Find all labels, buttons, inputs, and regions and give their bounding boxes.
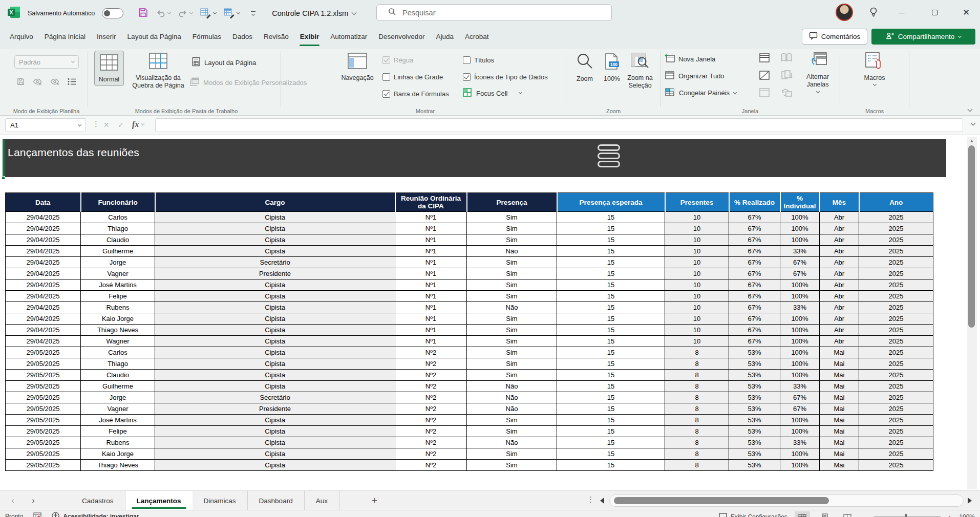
cell-ano[interactable]: 2025 [859,415,933,426]
macro-record-icon[interactable] [33,512,41,517]
cell-presentes[interactable]: 10 [665,268,729,279]
cell-data[interactable]: 29/05/2025 [6,426,81,437]
cell-reuniao[interactable]: Nº1 [395,246,467,257]
cell-cargo[interactable]: Secretário [155,257,395,268]
fill-handle[interactable] [2,176,5,180]
cell-realizado[interactable]: 67% [729,279,780,291]
cell-mes[interactable]: Abr [820,212,859,223]
cell-presentes[interactable]: 8 [665,370,729,381]
cell-presentes[interactable]: 8 [665,347,729,358]
cell-reuniao[interactable]: Nº2 [395,392,467,403]
cell-reuniao[interactable]: Nº1 [395,223,467,234]
horizontal-scrollbar[interactable] [609,494,964,507]
cell-presentes[interactable]: 10 [665,246,729,257]
cell-funcionario[interactable]: Rubens [81,302,155,313]
formula-input[interactable] [155,118,963,132]
freeze-panes-button[interactable]: Congelar Painéis [665,88,736,98]
cell-presenca[interactable]: Sim [467,257,557,268]
cell-individual[interactable]: 33% [780,381,820,392]
cell-presenca-esperada[interactable]: 15 [557,448,665,460]
cell-realizado[interactable]: 53% [729,370,780,381]
cell-presenca[interactable]: Sim [467,212,557,223]
hint-lightbulb-icon[interactable] [868,7,879,19]
cell-mes[interactable]: Mai [820,460,859,471]
cell-individual[interactable]: 67% [780,392,820,403]
cell-presentes[interactable]: 10 [665,336,729,347]
cell-individual[interactable]: 100% [780,279,820,291]
cell-cargo[interactable]: Cipista [155,291,395,302]
cell-funcionario[interactable]: Vagner [81,403,155,415]
cell-presentes[interactable]: 10 [665,325,729,336]
cell-mes[interactable]: Abr [820,325,859,336]
restore-button[interactable] [923,0,946,25]
navigation-button[interactable]: Navegação [336,53,379,82]
cell-funcionario[interactable]: Claudio [81,234,155,246]
cell-individual[interactable]: 67% [780,403,820,415]
cell-ano[interactable]: 2025 [859,370,933,381]
cell-realizado[interactable]: 67% [729,257,780,268]
cell-ano[interactable]: 2025 [859,437,933,448]
undo-button[interactable] [156,8,171,18]
cell-presenca-esperada[interactable]: 15 [557,325,665,336]
cell-mes[interactable]: Mai [820,415,859,426]
cell-presenca-esperada[interactable]: 15 [557,437,665,448]
column-header[interactable]: % Individual [780,193,820,212]
cell-cargo[interactable]: Cipista [155,460,395,471]
cell-ano[interactable]: 2025 [859,336,933,347]
cell-presenca[interactable]: Sim [467,460,557,471]
cell-individual[interactable]: 100% [780,234,820,246]
cell-cargo[interactable]: Presidente [155,403,395,415]
cell-data[interactable]: 29/05/2025 [6,358,81,370]
insert-function-button[interactable]: fx [132,120,144,129]
cell-presenca-esperada[interactable]: 15 [557,313,665,325]
cell-cargo[interactable]: Cipista [155,234,395,246]
unhide-window-button[interactable] [759,88,770,99]
ribbon-tab[interactable]: Ajuda [430,25,459,49]
cell-presenca[interactable]: Sim [467,336,557,347]
zoom-slider-knob[interactable] [905,514,907,517]
cell-presentes[interactable]: 10 [665,302,729,313]
cell-funcionario[interactable]: José Martins [81,415,155,426]
column-header[interactable]: Presença [467,193,557,212]
save-button[interactable] [138,7,148,19]
new-sheet-view-icon[interactable] [50,77,60,88]
cell-reuniao[interactable]: Nº1 [395,212,467,223]
switch-windows-button[interactable]: Alternar Janelas [800,52,836,93]
cell-presentes[interactable]: 10 [665,313,729,325]
cell-funcionario[interactable]: Felipe [81,426,155,437]
cell-ano[interactable]: 2025 [859,460,933,471]
sheet-tab[interactable]: Dashboard [248,491,305,510]
sheet-tab[interactable]: Aux [305,491,339,510]
cell-reuniao[interactable]: Nº1 [395,291,467,302]
cell-presenca-esperada[interactable]: 15 [557,347,665,358]
cell-realizado[interactable]: 67% [729,212,780,223]
scroll-up-icon[interactable]: ▲ [967,138,977,143]
cell-realizado[interactable]: 67% [729,336,780,347]
cell-realizado[interactable]: 67% [729,246,780,257]
cell-presentes[interactable]: 8 [665,448,729,460]
cell-ano[interactable]: 2025 [859,212,933,223]
cell-data[interactable]: 29/05/2025 [6,415,81,426]
cell-ano[interactable]: 2025 [859,223,933,234]
cell-data[interactable]: 29/04/2025 [6,291,81,302]
cell-realizado[interactable]: 67% [729,291,780,302]
cell-reuniao[interactable]: Nº2 [395,415,467,426]
cell-data[interactable]: 29/05/2025 [6,381,81,392]
cell-data[interactable]: 29/04/2025 [6,302,81,313]
cell-realizado[interactable]: 67% [729,325,780,336]
sheet-tab[interactable]: Cadastros [71,491,125,510]
ribbon-tab[interactable]: Dados [227,25,258,49]
cell-presenca-esperada[interactable]: 15 [557,336,665,347]
cell-ano[interactable]: 2025 [859,257,933,268]
cell-individual[interactable]: 100% [780,448,820,460]
cell-mes[interactable]: Abr [820,279,859,291]
cancel-entry-icon[interactable]: ✕ [103,121,110,129]
cell-realizado[interactable]: 67% [729,223,780,234]
cell-cargo[interactable]: Secretário [155,392,395,403]
sheet-view-select[interactable]: Padrão [14,55,79,69]
cell-funcionario[interactable]: Carlos [81,212,155,223]
cell-data[interactable]: 29/05/2025 [6,392,81,403]
ribbon-checkbox[interactable]: Barra de Fórmulas [382,88,449,100]
cell-funcionario[interactable]: Rubens [81,437,155,448]
cell-cargo[interactable]: Cipista [155,347,395,358]
